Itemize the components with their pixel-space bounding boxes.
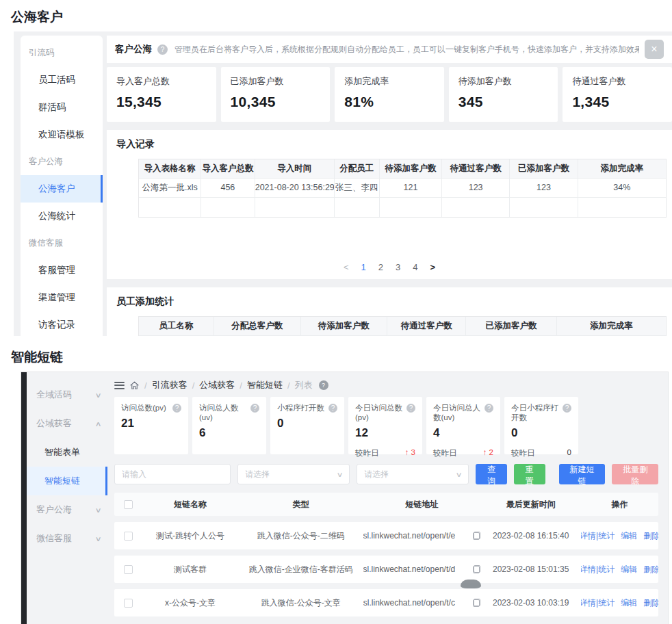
info-icon[interactable]: ?: [250, 404, 259, 413]
status-select[interactable]: 请选择 ∨: [357, 464, 469, 484]
info-icon[interactable]: ?: [563, 404, 571, 413]
col-header: 待添加客户数: [380, 159, 442, 179]
staff-stats-section: 员工添加统计 员工名称 分配总客户数 待添加客户数 待通过客户数 已添加客户数 …: [107, 287, 672, 336]
breadcrumb-item[interactable]: 智能短链: [247, 379, 283, 391]
delete-link[interactable]: 删除: [643, 530, 658, 542]
row-checkbox[interactable]: [124, 565, 133, 574]
sidebar-item-welcome-template[interactable]: 欢迎语模板: [21, 121, 103, 148]
search-button[interactable]: 查询: [476, 464, 507, 484]
home-icon[interactable]: [129, 380, 140, 391]
sidebar-item-staff-code[interactable]: 员工活码: [21, 66, 103, 94]
row-checkbox[interactable]: [124, 532, 133, 541]
page-number-4[interactable]: 4: [413, 262, 417, 272]
table-row: 测试-跳转个人公号 跳入微信-公众号-二维码 sl.linkwechat.net…: [114, 522, 658, 549]
edit-link[interactable]: 编辑: [621, 530, 637, 542]
detail-stats-link[interactable]: 详情|统计: [581, 530, 615, 542]
main-content-2: / 引流获客 / 公域获客 / 智能短链 / 列表 ? 访问总数(pv) ? 2…: [107, 372, 668, 624]
stat-value: 345: [458, 94, 549, 110]
info-icon[interactable]: ?: [328, 404, 337, 413]
sidebar-item-visitor-records[interactable]: 访客记录: [21, 311, 103, 336]
stat-label: 待通过客户数: [572, 75, 662, 88]
sidebar-item-label: 客户公海: [36, 504, 72, 516]
copy-icon[interactable]: [473, 532, 480, 540]
col-header: 导入客户总数: [201, 159, 255, 179]
next-page-icon[interactable]: >: [430, 262, 435, 272]
sidebar-item-label: 微信客服: [36, 532, 72, 545]
sidebar-item-wechat-service[interactable]: 微信客服 ∨: [27, 524, 107, 553]
page-number-3[interactable]: 3: [396, 262, 400, 272]
sidebar-item-public-acquisition[interactable]: 公域获客 ∧: [27, 409, 107, 438]
info-icon[interactable]: ?: [172, 404, 181, 413]
detail-stats-link[interactable]: 详情|统计: [581, 597, 615, 609]
delta-up-value: ↑ 3: [405, 448, 415, 458]
info-icon[interactable]: ?: [406, 404, 415, 413]
cell-link-name: x-公众号-文章: [142, 597, 239, 609]
stat-value: 6: [199, 426, 259, 440]
cell-link-url: sl.linkwechat.net/open/t/e: [363, 531, 456, 541]
edit-link[interactable]: 编辑: [621, 597, 637, 609]
empty-cell: [139, 198, 201, 217]
sidebar-item-sea-statistics[interactable]: 公海统计: [21, 203, 103, 230]
cell-assigned-staff: 张三、李四: [335, 179, 380, 198]
breadcrumb-separator: /: [144, 380, 147, 391]
stat-label: 今日访问总人数(uv): [433, 404, 484, 423]
collapse-menu-icon[interactable]: [114, 382, 125, 389]
table-row: 测试客群 跳入微信-企业微信-客群活码 sl.linkwechat.net/op…: [114, 556, 658, 583]
sidebar-item-label: 智能短链: [44, 475, 80, 487]
sidebar-1: 引流码 员工活码 群活码 欢迎语模板 客户公海 公海客户 公海统计 微信客服 客…: [21, 36, 103, 336]
stat-label: 导入客户总数: [116, 75, 207, 88]
cell-link-type: 跳入微信-企业微信-客群活码: [239, 564, 363, 575]
prev-page-icon[interactable]: <: [344, 262, 349, 272]
keyword-input[interactable]: 请输入: [114, 464, 231, 484]
sidebar-item-channel-management[interactable]: 渠道管理: [21, 284, 103, 311]
col-header: 已添加客户数: [466, 317, 556, 336]
filter-bar: 请输入 请选择 ∨ 请选择 ∨ 查询 重置 新建短链 批量删除: [114, 464, 658, 484]
sidebar-item-label: 智能表单: [44, 446, 80, 458]
stat-value: 0: [277, 417, 337, 430]
copy-icon[interactable]: [473, 599, 480, 607]
help-icon[interactable]: ?: [319, 380, 328, 390]
public-sea-panel: 引流码 员工活码 群活码 欢迎语模板 客户公海 公海客户 公海统计 微信客服 客…: [14, 31, 672, 336]
breadcrumb-separator: /: [287, 380, 290, 391]
sidebar-item-sea-customers[interactable]: 公海客户: [21, 175, 103, 203]
close-icon[interactable]: ×: [645, 40, 664, 59]
page-number-2[interactable]: 2: [378, 262, 383, 272]
sidebar-item-service-management[interactable]: 客服管理: [21, 257, 103, 284]
empty-cell: [255, 198, 335, 217]
notice-title: 客户公海: [115, 43, 152, 55]
select-all-checkbox[interactable]: [124, 500, 133, 509]
edit-link[interactable]: 编辑: [621, 564, 637, 575]
sidebar-item-label: 全域活码: [36, 389, 72, 401]
type-select[interactable]: 请选择 ∨: [237, 464, 350, 484]
sidebar-2: 全域活码 ∨ 公域获客 ∧ 智能表单 智能短链 客户公海 ∨ 微信客服 ∨: [27, 372, 107, 624]
pagination-1: < 1 2 3 4 >: [107, 262, 672, 272]
page-number-1[interactable]: 1: [361, 262, 366, 272]
help-icon[interactable]: ?: [157, 44, 168, 55]
row-checkbox[interactable]: [124, 599, 133, 608]
sidebar-item-customer-sea[interactable]: 客户公海 ∨: [27, 495, 107, 524]
empty-cell: [442, 198, 510, 217]
notice-description: 管理员在后台将客户导入后，系统根据分配规则自动分配给员工，员工可以一键复制客户手…: [175, 44, 639, 55]
delete-link[interactable]: 删除: [643, 597, 658, 609]
breadcrumb-item[interactable]: 公域获客: [199, 379, 235, 391]
batch-delete-button[interactable]: 批量删除: [612, 464, 658, 484]
breadcrumb-item[interactable]: 引流获客: [152, 379, 188, 391]
table-header-row: 员工名称 分配总客户数 待添加客户数 待通过客户数 已添加客户数 添加完成率: [139, 317, 666, 336]
sidebar-item-global-code[interactable]: 全域活码 ∨: [27, 380, 107, 409]
reset-button[interactable]: 重置: [514, 464, 545, 484]
sidebar-item-group-code[interactable]: 群活码: [21, 94, 103, 121]
delete-link[interactable]: 删除: [643, 564, 658, 575]
import-records-section: 导入记录 导入表格名称 导入客户总数 导入时间 分配员工 待添加客户数 待通过客…: [107, 130, 672, 279]
detail-stats-link[interactable]: 详情|统计: [581, 564, 615, 575]
sidebar-group-header-wechat-service: 微信客服: [21, 230, 103, 257]
sidebar-item-smart-form[interactable]: 智能表单: [27, 438, 107, 467]
copy-icon[interactable]: [473, 565, 480, 573]
stat-card-miniprogram-opens: 小程序打开数 ? 0: [270, 397, 344, 454]
stat-label: 今日访问总数(pv): [355, 404, 406, 423]
stat-label: 已添加客户数: [231, 75, 321, 88]
sidebar-item-smart-short-link[interactable]: 智能短链: [27, 467, 107, 495]
create-short-link-button[interactable]: 新建短链: [559, 464, 606, 484]
info-icon[interactable]: ?: [484, 404, 493, 413]
col-header: 导入表格名称: [139, 159, 201, 179]
stat-value: 15,345: [116, 94, 207, 110]
